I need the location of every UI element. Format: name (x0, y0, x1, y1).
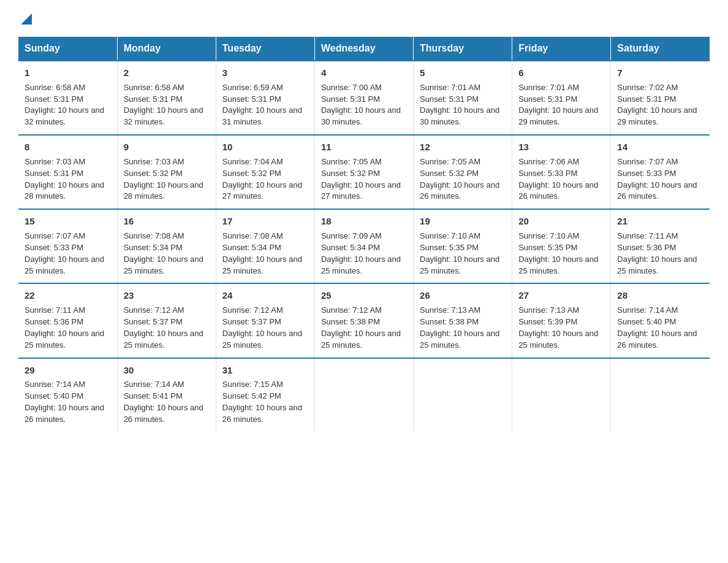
day-info: Sunrise: 7:05 AMSunset: 5:32 PMDaylight:… (420, 157, 499, 201)
day-info: Sunrise: 7:01 AMSunset: 5:31 PMDaylight:… (420, 83, 499, 127)
logo (18, 12, 32, 26)
day-info: Sunrise: 7:14 AMSunset: 5:41 PMDaylight:… (124, 380, 203, 424)
day-number: 18 (321, 215, 407, 228)
day-number: 9 (124, 140, 210, 154)
day-number: 12 (420, 140, 506, 154)
day-number: 11 (321, 140, 407, 154)
day-number: 15 (25, 215, 111, 228)
day-info: Sunrise: 7:03 AMSunset: 5:31 PMDaylight:… (25, 157, 104, 201)
calendar-header-row: SundayMondayTuesdayWednesdayThursdayFrid… (18, 37, 710, 61)
day-info: Sunrise: 7:13 AMSunset: 5:38 PMDaylight:… (420, 305, 499, 350)
day-info: Sunrise: 7:06 AMSunset: 5:33 PMDaylight:… (518, 157, 598, 201)
day-number: 23 (124, 289, 210, 302)
day-number: 16 (124, 215, 210, 228)
calendar-cell: 13Sunrise: 7:06 AMSunset: 5:33 PMDayligh… (512, 135, 611, 209)
calendar-cell: 14Sunrise: 7:07 AMSunset: 5:33 PMDayligh… (611, 135, 710, 209)
day-number: 2 (124, 66, 210, 80)
day-info: Sunrise: 6:58 AMSunset: 5:31 PMDaylight:… (25, 83, 104, 127)
calendar-table: SundayMondayTuesdayWednesdayThursdayFrid… (18, 37, 710, 432)
day-number: 14 (617, 140, 703, 154)
calendar-cell: 9Sunrise: 7:03 AMSunset: 5:32 PMDaylight… (117, 135, 216, 209)
day-info: Sunrise: 7:07 AMSunset: 5:33 PMDaylight:… (617, 157, 697, 201)
calendar-week-row: 29Sunrise: 7:14 AMSunset: 5:40 PMDayligh… (18, 358, 710, 432)
day-number: 4 (321, 66, 407, 80)
column-header-thursday: Thursday (414, 37, 512, 61)
calendar-cell: 2Sunrise: 6:58 AMSunset: 5:31 PMDaylight… (117, 61, 216, 135)
calendar-cell: 4Sunrise: 7:00 AMSunset: 5:31 PMDaylight… (314, 61, 413, 135)
day-number: 13 (518, 140, 604, 154)
day-number: 20 (518, 215, 604, 228)
calendar-week-row: 8Sunrise: 7:03 AMSunset: 5:31 PMDaylight… (18, 135, 710, 209)
column-header-saturday: Saturday (611, 37, 710, 61)
calendar-cell: 17Sunrise: 7:08 AMSunset: 5:34 PMDayligh… (216, 209, 314, 283)
day-info: Sunrise: 6:59 AMSunset: 5:31 PMDaylight:… (222, 83, 302, 127)
calendar-cell: 5Sunrise: 7:01 AMSunset: 5:31 PMDaylight… (414, 61, 512, 135)
day-info: Sunrise: 7:00 AMSunset: 5:31 PMDaylight:… (321, 83, 401, 127)
calendar-cell (611, 358, 710, 432)
day-info: Sunrise: 7:05 AMSunset: 5:32 PMDaylight:… (321, 157, 401, 201)
day-info: Sunrise: 7:08 AMSunset: 5:34 PMDaylight:… (124, 231, 203, 275)
day-info: Sunrise: 7:10 AMSunset: 5:35 PMDaylight:… (518, 231, 598, 275)
day-info: Sunrise: 7:03 AMSunset: 5:32 PMDaylight:… (124, 157, 203, 201)
day-number: 21 (617, 215, 703, 228)
day-number: 28 (617, 289, 703, 302)
day-info: Sunrise: 7:12 AMSunset: 5:38 PMDaylight:… (321, 305, 401, 350)
day-info: Sunrise: 7:04 AMSunset: 5:32 PMDaylight:… (222, 157, 302, 201)
day-info: Sunrise: 7:10 AMSunset: 5:35 PMDaylight:… (420, 231, 499, 275)
column-header-wednesday: Wednesday (314, 37, 413, 61)
day-info: Sunrise: 7:14 AMSunset: 5:40 PMDaylight:… (617, 305, 697, 350)
calendar-cell: 11Sunrise: 7:05 AMSunset: 5:32 PMDayligh… (314, 135, 413, 209)
calendar-cell (414, 358, 512, 432)
calendar-cell: 22Sunrise: 7:11 AMSunset: 5:36 PMDayligh… (18, 283, 117, 358)
day-info: Sunrise: 7:11 AMSunset: 5:36 PMDaylight:… (617, 231, 697, 275)
column-header-monday: Monday (117, 37, 216, 61)
calendar-cell: 21Sunrise: 7:11 AMSunset: 5:36 PMDayligh… (611, 209, 710, 283)
day-info: Sunrise: 7:01 AMSunset: 5:31 PMDaylight:… (518, 83, 598, 127)
calendar-cell: 10Sunrise: 7:04 AMSunset: 5:32 PMDayligh… (216, 135, 314, 209)
calendar-cell: 29Sunrise: 7:14 AMSunset: 5:40 PMDayligh… (18, 358, 117, 432)
column-header-friday: Friday (512, 37, 611, 61)
calendar-cell: 16Sunrise: 7:08 AMSunset: 5:34 PMDayligh… (117, 209, 216, 283)
day-info: Sunrise: 7:13 AMSunset: 5:39 PMDaylight:… (518, 305, 598, 350)
calendar-cell: 8Sunrise: 7:03 AMSunset: 5:31 PMDaylight… (18, 135, 117, 209)
calendar-cell: 25Sunrise: 7:12 AMSunset: 5:38 PMDayligh… (314, 283, 413, 358)
calendar-cell (512, 358, 611, 432)
day-number: 22 (25, 289, 111, 302)
day-info: Sunrise: 6:58 AMSunset: 5:31 PMDaylight:… (124, 83, 203, 127)
calendar-cell: 12Sunrise: 7:05 AMSunset: 5:32 PMDayligh… (414, 135, 512, 209)
day-number: 27 (518, 289, 604, 302)
day-info: Sunrise: 7:15 AMSunset: 5:42 PMDaylight:… (222, 380, 302, 424)
day-info: Sunrise: 7:14 AMSunset: 5:40 PMDaylight:… (25, 380, 104, 424)
day-info: Sunrise: 7:11 AMSunset: 5:36 PMDaylight:… (25, 305, 104, 350)
day-number: 29 (25, 364, 111, 377)
day-number: 26 (420, 289, 506, 302)
calendar-cell: 7Sunrise: 7:02 AMSunset: 5:31 PMDaylight… (611, 61, 710, 135)
day-number: 10 (222, 140, 308, 154)
day-info: Sunrise: 7:02 AMSunset: 5:31 PMDaylight:… (617, 83, 697, 127)
calendar-cell: 31Sunrise: 7:15 AMSunset: 5:42 PMDayligh… (216, 358, 314, 432)
day-number: 7 (617, 66, 703, 80)
day-number: 17 (222, 215, 308, 228)
day-number: 5 (420, 66, 506, 80)
day-number: 24 (222, 289, 308, 302)
day-number: 6 (518, 66, 604, 80)
day-info: Sunrise: 7:12 AMSunset: 5:37 PMDaylight:… (124, 305, 203, 350)
day-number: 31 (222, 364, 308, 377)
calendar-cell: 15Sunrise: 7:07 AMSunset: 5:33 PMDayligh… (18, 209, 117, 283)
calendar-cell (314, 358, 413, 432)
day-number: 19 (420, 215, 506, 228)
day-info: Sunrise: 7:09 AMSunset: 5:34 PMDaylight:… (321, 231, 401, 275)
calendar-cell: 27Sunrise: 7:13 AMSunset: 5:39 PMDayligh… (512, 283, 611, 358)
page-header (18, 12, 710, 26)
day-number: 25 (321, 289, 407, 302)
day-info: Sunrise: 7:08 AMSunset: 5:34 PMDaylight:… (222, 231, 302, 275)
day-number: 3 (222, 66, 308, 80)
calendar-cell: 30Sunrise: 7:14 AMSunset: 5:41 PMDayligh… (117, 358, 216, 432)
calendar-cell: 23Sunrise: 7:12 AMSunset: 5:37 PMDayligh… (117, 283, 216, 358)
column-header-sunday: Sunday (18, 37, 117, 61)
calendar-cell: 24Sunrise: 7:12 AMSunset: 5:37 PMDayligh… (216, 283, 314, 358)
calendar-cell: 20Sunrise: 7:10 AMSunset: 5:35 PMDayligh… (512, 209, 611, 283)
calendar-cell: 3Sunrise: 6:59 AMSunset: 5:31 PMDaylight… (216, 61, 314, 135)
calendar-week-row: 1Sunrise: 6:58 AMSunset: 5:31 PMDaylight… (18, 61, 710, 135)
day-number: 1 (25, 66, 111, 80)
